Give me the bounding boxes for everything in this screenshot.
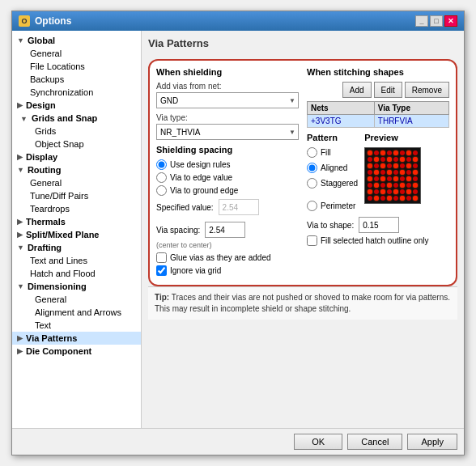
sidebar-item-align-arrows[interactable]: Alignment and Arrows — [12, 306, 141, 319]
dot — [374, 189, 379, 194]
radio-edge-value-input[interactable] — [156, 172, 167, 183]
minimize-button[interactable]: _ — [415, 15, 428, 27]
apply-button[interactable]: Apply — [407, 434, 457, 450]
dot — [393, 183, 398, 188]
sidebar-item-global[interactable]: ▼ Global — [12, 34, 141, 47]
radio-ground-edge-input[interactable] — [156, 185, 167, 196]
collapse-grids-icon: ▼ — [20, 115, 28, 123]
dot — [368, 170, 372, 175]
dot — [413, 183, 418, 188]
radio-ground-edge-label: Via to ground edge — [170, 186, 238, 195]
stitching-section: When stitching shapes Add Edit Remove Ne… — [307, 67, 449, 278]
maximize-button[interactable]: □ — [430, 15, 443, 27]
dot — [374, 163, 379, 168]
dot — [413, 189, 418, 194]
radio-design-rules-label: Use design rules — [170, 160, 230, 169]
sidebar-item-grids-snap[interactable]: ▼ Grids and Snap — [12, 112, 141, 125]
sidebar-item-general1[interactable]: General — [12, 47, 141, 60]
sidebar-item-synchronization[interactable]: Synchronization — [12, 86, 141, 99]
thermals-label: Thermals — [26, 217, 66, 227]
sidebar-item-thermals[interactable]: ▶ Thermals — [12, 215, 141, 228]
pattern-options: Fill Aligned Staggered — [307, 147, 358, 214]
dot — [368, 163, 372, 168]
cancel-button[interactable]: Cancel — [347, 434, 402, 450]
dot — [380, 170, 385, 175]
tip-text: Traces and their vias are not pushed or … — [155, 293, 450, 313]
dot — [387, 163, 392, 168]
dot — [380, 163, 385, 168]
sidebar-item-text-lines[interactable]: Text and Lines — [12, 254, 141, 267]
via-patterns-box: When shielding Add vias from net: GND ▼ … — [148, 59, 457, 286]
table-row[interactable]: +3V3TG THRFVIA — [308, 115, 449, 128]
dot — [393, 170, 398, 175]
sidebar-item-object-snap[interactable]: Object Snap — [12, 138, 141, 150]
via-type-dropdown[interactable]: NR_THVIA — [156, 124, 299, 140]
collapse-thermals-icon: ▶ — [17, 218, 23, 226]
dot — [406, 170, 411, 175]
sidebar-item-file-locations[interactable]: File Locations — [12, 60, 141, 73]
sidebar-item-hatch-flood[interactable]: Hatch and Flood — [12, 267, 141, 280]
dot — [400, 176, 405, 181]
close-button[interactable]: ✕ — [444, 15, 457, 27]
dot — [393, 157, 398, 162]
preview-dots — [368, 150, 419, 201]
via-spacing-input[interactable] — [205, 222, 245, 238]
dot — [400, 170, 405, 175]
sidebar-item-dimensioning[interactable]: ▼ Dimensioning — [12, 280, 141, 293]
dot — [380, 183, 385, 188]
sidebar-item-text2[interactable]: Text — [12, 319, 141, 332]
dot — [406, 163, 411, 168]
app-icon: O — [19, 15, 30, 27]
radio-design-rules: Use design rules — [156, 159, 299, 170]
object-snap-label: Object Snap — [35, 139, 84, 149]
radio-design-rules-input[interactable] — [156, 159, 167, 170]
dot — [413, 176, 418, 181]
shielding-title: When shielding — [156, 67, 299, 77]
sidebar-item-split-mixed[interactable]: ▶ Split/Mixed Plane — [12, 228, 141, 241]
fill-hatch-checkbox[interactable] — [307, 235, 317, 246]
sidebar-item-grids[interactable]: Grids — [12, 125, 141, 138]
sidebar-item-design[interactable]: ▶ Design — [12, 99, 141, 112]
sidebar-item-via-patterns[interactable]: ▶ Via Patterns — [12, 332, 141, 345]
sidebar-item-backups[interactable]: Backups — [12, 73, 141, 86]
sidebar-item-die-component[interactable]: ▶ Die Component — [12, 345, 141, 358]
dot — [406, 183, 411, 188]
glue-checkbox[interactable] — [156, 252, 167, 263]
sidebar-item-tune-diff[interactable]: Tune/Diff Pairs — [12, 189, 141, 202]
sidebar-item-drafting[interactable]: ▼ Drafting — [12, 241, 141, 254]
collapse-global-icon: ▼ — [17, 36, 24, 44]
pattern-staggered-label: Staggered — [321, 179, 358, 188]
edit-button[interactable]: Edit — [374, 82, 402, 98]
specified-input[interactable] — [219, 199, 259, 215]
add-button[interactable]: Add — [342, 82, 372, 98]
ok-button[interactable]: OK — [294, 434, 342, 450]
sidebar-item-routing[interactable]: ▼ Routing — [12, 163, 141, 176]
dot — [387, 183, 392, 188]
radio-edge-value: Via to edge value — [156, 172, 299, 183]
pattern-staggered-input[interactable] — [307, 178, 317, 189]
dot — [374, 170, 379, 175]
dot — [387, 189, 392, 194]
sidebar-item-general2[interactable]: General — [12, 176, 141, 189]
sidebar-item-teardrops[interactable]: Teardrops — [12, 202, 141, 215]
remove-button[interactable]: Remove — [405, 82, 449, 98]
ignore-checkbox[interactable] — [156, 265, 167, 276]
specified-value-row: Specified value: — [156, 199, 299, 215]
net-dropdown[interactable]: GND — [156, 92, 299, 108]
collapse-dim-icon: ▼ — [17, 282, 24, 290]
pattern-aligned-input[interactable] — [307, 163, 317, 173]
via-spacing-label: Via spacing: — [156, 226, 200, 235]
via-shape-input[interactable] — [359, 217, 399, 233]
sidebar: ▼ Global General File Locations Backups … — [12, 31, 142, 428]
collapse-via-icon: ▶ — [17, 334, 23, 342]
grids-snap-label: Grids and Snap — [32, 113, 97, 123]
stitching-title: When stitching shapes — [307, 67, 449, 77]
collapse-die-icon: ▶ — [17, 347, 23, 355]
dot — [413, 157, 418, 162]
sidebar-item-general3[interactable]: General — [12, 293, 141, 306]
dot — [393, 150, 398, 155]
pattern-perimeter-input[interactable] — [307, 201, 317, 211]
pattern-fill-input[interactable] — [307, 147, 317, 158]
sidebar-item-display[interactable]: ▶ Display — [12, 150, 141, 163]
design-label: Design — [26, 100, 56, 110]
